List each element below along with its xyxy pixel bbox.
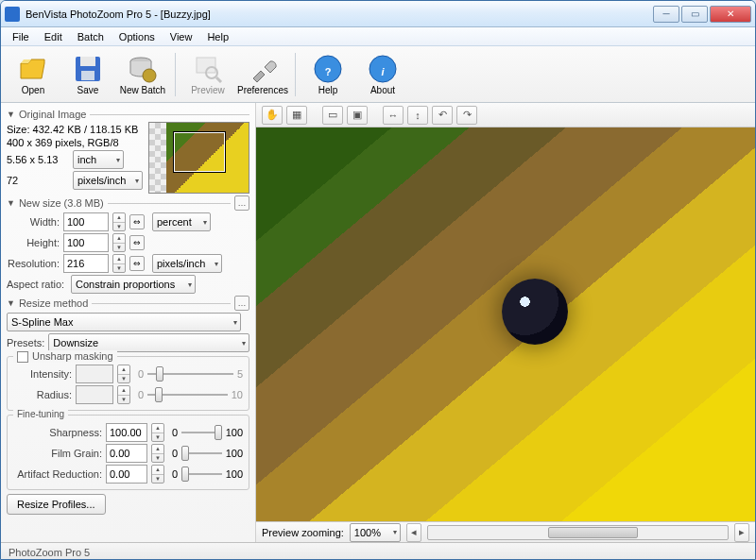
- svg-rect-2: [81, 71, 94, 80]
- sharpness-spinner[interactable]: ▲▼: [151, 423, 164, 442]
- original-res: 72: [7, 175, 69, 186]
- artifact-slider[interactable]: [181, 466, 222, 483]
- preview-canvas[interactable]: [256, 127, 755, 521]
- unit-select[interactable]: inch: [73, 150, 124, 169]
- finetune-group: Fine-tuning Sharpness:100.00▲▼0100 Film …: [7, 415, 249, 490]
- open-button[interactable]: Open: [7, 48, 60, 101]
- menu-view[interactable]: View: [163, 29, 200, 44]
- status-text: PhotoZoom Pro 5: [9, 547, 90, 558]
- svg-line-7: [216, 77, 221, 82]
- toolbar-separator: [175, 53, 176, 96]
- radius-input[interactable]: [76, 385, 113, 404]
- res-input[interactable]: 216: [63, 254, 109, 273]
- height-spinner[interactable]: ▲▼: [112, 233, 126, 252]
- scroll-right-button[interactable]: ▸: [734, 523, 749, 542]
- res-label: Resolution:: [7, 258, 60, 269]
- sharpness-slider[interactable]: [181, 424, 222, 441]
- fit-button[interactable]: ▭: [322, 106, 343, 125]
- collapse-icon: ▼: [7, 298, 15, 308]
- actual-button[interactable]: ▣: [347, 106, 368, 125]
- aspect-label: Aspect ratio:: [7, 279, 67, 290]
- help-label: Help: [318, 85, 338, 95]
- info-icon: i: [368, 54, 398, 84]
- grain-spinner[interactable]: ▲▼: [151, 444, 164, 463]
- intensity-spinner[interactable]: ▲▼: [117, 365, 130, 383]
- res-lock-icon[interactable]: ⇔: [129, 256, 145, 271]
- width-spinner[interactable]: ▲▼: [112, 212, 126, 231]
- newsize-more-button[interactable]: …: [234, 195, 249, 211]
- flip-v-button[interactable]: ↕: [407, 106, 428, 125]
- height-input[interactable]: 100: [63, 233, 109, 252]
- radius-slider[interactable]: [147, 386, 228, 403]
- height-lock-icon[interactable]: ⇔: [129, 235, 145, 250]
- method-select[interactable]: S-Spline Max: [7, 313, 241, 331]
- radius-spinner[interactable]: ▲▼: [117, 385, 130, 404]
- original-header[interactable]: ▼Original Image: [7, 109, 249, 120]
- menu-batch[interactable]: Batch: [70, 29, 112, 44]
- help-button[interactable]: ?Help: [301, 48, 354, 101]
- minimize-button[interactable]: ─: [653, 6, 679, 23]
- presets-label: Presets:: [7, 337, 44, 348]
- menu-file[interactable]: File: [5, 29, 37, 44]
- maximize-button[interactable]: ▭: [681, 6, 708, 23]
- sidebar: ▼Original Image Size: 432.42 KB / 118.15…: [1, 103, 256, 542]
- grain-input[interactable]: 0.00: [106, 444, 147, 463]
- marquee-tool-button[interactable]: ▦: [286, 106, 307, 125]
- menu-help[interactable]: Help: [199, 29, 236, 44]
- close-button[interactable]: ✕: [710, 6, 751, 23]
- width-input[interactable]: 100: [63, 212, 109, 231]
- intensity-label: Intensity:: [13, 368, 72, 380]
- size-unit-select[interactable]: percent: [152, 212, 211, 231]
- resize-profiles-button[interactable]: Resize Profiles...: [7, 494, 106, 515]
- rotate-ccw-button[interactable]: ↶: [432, 106, 453, 125]
- width-lock-icon[interactable]: ⇔: [129, 214, 145, 229]
- preview-button[interactable]: Preview: [181, 48, 234, 101]
- resunit-select[interactable]: pixels/inch: [73, 171, 143, 190]
- crop-rect[interactable]: [174, 132, 225, 172]
- hand-tool-button[interactable]: ✋: [262, 106, 283, 125]
- intensity-slider[interactable]: [147, 365, 233, 382]
- newbatch-button[interactable]: New Batch: [116, 48, 169, 101]
- unsharp-checkbox[interactable]: [17, 351, 28, 363]
- about-button[interactable]: iAbout: [356, 48, 409, 101]
- resunit-select2[interactable]: pixels/inch: [152, 254, 222, 273]
- preview-pane: ✋ ▦ ▭ ▣ ↔ ↕ ↶ ↷ Preview zooming: 100% ◂ …: [256, 103, 755, 542]
- zoom-select[interactable]: 100%: [350, 523, 401, 542]
- intensity-input[interactable]: [76, 365, 113, 383]
- save-button[interactable]: Save: [61, 48, 114, 101]
- width-label: Width:: [7, 216, 60, 228]
- collapse-icon: ▼: [7, 110, 15, 119]
- app-icon: [5, 7, 20, 22]
- svg-rect-1: [80, 57, 95, 66]
- open-label: Open: [22, 85, 44, 95]
- newsize-header[interactable]: ▼New size (3.8 MB)…: [7, 195, 249, 211]
- menu-options[interactable]: Options: [112, 29, 163, 44]
- resize-header[interactable]: ▼Resize method…: [7, 296, 249, 311]
- artifact-label: Artifact Reduction:: [13, 468, 102, 480]
- save-label: Save: [77, 85, 99, 95]
- newbatch-label: New Batch: [120, 85, 165, 95]
- preferences-button[interactable]: Preferences: [236, 48, 289, 101]
- unsharp-group: Unsharp masking Intensity:▲▼05 Radius:▲▼…: [7, 356, 249, 411]
- rotate-cw-button[interactable]: ↷: [456, 106, 477, 125]
- thumbnail[interactable]: [148, 122, 249, 194]
- statusbar: PhotoZoom Pro 5: [1, 542, 755, 560]
- radius-label: Radius:: [13, 389, 72, 400]
- original-size: Size: 432.42 KB / 118.15 KB: [7, 124, 138, 135]
- menu-edit[interactable]: Edit: [37, 29, 70, 44]
- resize-more-button[interactable]: …: [234, 296, 249, 311]
- grain-slider[interactable]: [181, 445, 222, 462]
- height-label: Height:: [7, 237, 60, 248]
- artifact-spinner[interactable]: ▲▼: [151, 465, 164, 484]
- sharpness-input[interactable]: 100.00: [106, 423, 147, 442]
- res-spinner[interactable]: ▲▼: [112, 254, 126, 273]
- aspect-select[interactable]: Constrain proportions: [71, 275, 196, 294]
- scroll-left-button[interactable]: ◂: [406, 523, 421, 542]
- preset-select[interactable]: Downsize: [48, 333, 249, 352]
- original-phys: 5.56 x 5.13: [7, 154, 69, 165]
- grain-label: Film Grain:: [13, 448, 102, 459]
- flip-h-button[interactable]: ↔: [383, 106, 404, 125]
- preferences-label: Preferences: [237, 85, 288, 95]
- artifact-input[interactable]: 0.00: [106, 465, 147, 484]
- horizontal-scrollbar[interactable]: [427, 525, 729, 540]
